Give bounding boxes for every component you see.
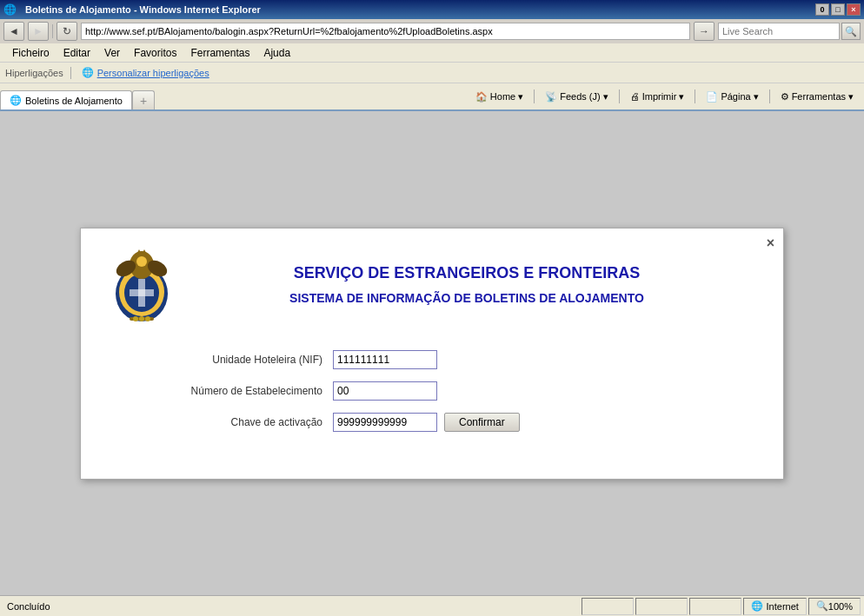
address-bar-row: ◄ ► ↻ → 🔍: [0, 19, 864, 43]
form-row-chave: Chave de activação Confirmar: [159, 413, 757, 432]
status-zoom: 🔍 100%: [808, 598, 861, 615]
dialog-header: SERVIÇO DE ESTRANGEIROS E FRONTEIRAS SIS…: [107, 246, 757, 324]
input-nif[interactable]: [333, 350, 437, 369]
status-bar: Concluído 🌐 Internet 🔍 100%: [0, 595, 864, 616]
tools-icon: ⚙: [781, 91, 789, 103]
right-toolbar: 🏠 Home ▾ 📡 Feeds (J) ▾ 🖨 Imprimir ▾ 📄 Pá…: [472, 89, 864, 104]
input-estab[interactable]: [333, 381, 437, 401]
refresh-button[interactable]: ↻: [56, 22, 77, 41]
personalize-links[interactable]: 🌐 Personalizar hiperligações: [78, 65, 213, 80]
menu-ajuda[interactable]: Ajuda: [256, 45, 297, 61]
label-chave: Chave de activação: [159, 416, 333, 428]
search-go-button[interactable]: 🔍: [841, 23, 861, 40]
print-dropdown-icon[interactable]: ▾: [679, 91, 684, 103]
print-button[interactable]: 🖨 Imprimir ▾: [627, 89, 688, 104]
title-bar: 🌐 Boletins de Alojamento - Windows Inter…: [0, 0, 864, 19]
label-estab: Número de Estabelecimento: [159, 385, 333, 397]
title-bar-text: Boletins de Alojamento - Windows Interne…: [22, 4, 815, 15]
new-tab-button[interactable]: +: [132, 90, 155, 109]
dialog-title2: SISTEMA DE INFORMAÇÃO DE BOLETINS DE ALO…: [176, 291, 757, 305]
title-bar-buttons: 0 □ ×: [815, 3, 861, 16]
label-nif: Unidade Hoteleira (NIF): [159, 354, 333, 366]
tools-dropdown-icon[interactable]: ▾: [848, 91, 854, 103]
tab-section: 🌐 Boletins de Alojamento +: [0, 83, 155, 109]
dialog-box: ×: [80, 228, 784, 480]
page-dropdown-icon[interactable]: ▾: [754, 91, 759, 103]
confirmar-button[interactable]: Confirmar: [444, 413, 520, 432]
links-label: Hiperligações: [5, 68, 63, 78]
status-sections: 🌐 Internet 🔍 100%: [582, 598, 861, 615]
menu-ver[interactable]: Ver: [97, 45, 127, 61]
svg-rect-4: [130, 289, 154, 296]
go-button[interactable]: →: [694, 22, 714, 41]
status-text: Concluído: [3, 601, 582, 612]
menu-bar: Ficheiro Editar Ver Favoritos Ferramenta…: [0, 43, 864, 63]
dialog-close-button[interactable]: ×: [767, 235, 774, 251]
tab-favicon: 🌐: [10, 95, 22, 106]
svg-point-13: [139, 316, 144, 321]
address-input[interactable]: [81, 23, 690, 40]
forward-button[interactable]: ►: [28, 22, 49, 41]
form-section: Unidade Hoteleira (NIF) Número de Estabe…: [107, 350, 757, 432]
form-row-estab: Número de Estabelecimento: [159, 381, 757, 401]
feeds-button[interactable]: 📡 Feeds (J) ▾: [542, 89, 611, 104]
search-input[interactable]: [718, 23, 840, 40]
page-icon: 📄: [706, 91, 718, 103]
status-section-3: [689, 598, 741, 615]
coat-of-arms-logo: [107, 246, 176, 324]
dialog-title1: SERVIÇO DE ESTRANGEIROS E FRONTEIRAS: [176, 264, 757, 282]
menu-editar[interactable]: Editar: [56, 45, 97, 61]
menu-ficheiro[interactable]: Ficheiro: [5, 45, 56, 61]
links-bar: Hiperligações 🌐 Personalizar hiperligaçõ…: [0, 63, 864, 83]
svg-point-14: [145, 316, 150, 321]
status-section-2: [635, 598, 688, 615]
menu-ferramentas[interactable]: Ferramentas: [183, 45, 256, 61]
status-section-1: [582, 598, 634, 615]
maximize-button[interactable]: □: [831, 3, 845, 16]
home-icon: 🏠: [475, 91, 488, 103]
form-row-nif: Unidade Hoteleira (NIF): [159, 350, 757, 369]
status-internet: 🌐 Internet: [743, 598, 807, 615]
feeds-dropdown-icon[interactable]: ▾: [603, 91, 608, 103]
zoom-icon: 🔍: [816, 600, 828, 612]
print-icon: 🖨: [630, 91, 640, 102]
globe-icon: 🌐: [751, 600, 763, 612]
main-content: ×: [0, 111, 864, 595]
minimize-button[interactable]: 0: [815, 3, 829, 16]
feeds-icon: 📡: [545, 91, 557, 103]
tools-button[interactable]: ⚙ Ferramentas ▾: [777, 89, 857, 104]
page-button[interactable]: 📄 Página ▾: [702, 89, 761, 104]
close-button[interactable]: ×: [847, 3, 861, 16]
tab-title: Boletins de Alojamento: [25, 96, 123, 106]
input-chave[interactable]: [333, 413, 437, 432]
home-button[interactable]: 🏠 Home ▾: [472, 89, 527, 104]
back-button[interactable]: ◄: [3, 22, 24, 41]
home-dropdown-icon[interactable]: ▾: [518, 91, 523, 103]
dialog-titles: SERVIÇO DE ESTRANGEIROS E FRONTEIRAS SIS…: [176, 264, 757, 305]
tab-boletins[interactable]: 🌐 Boletins de Alojamento: [0, 90, 132, 109]
menu-favoritos[interactable]: Favoritos: [127, 45, 183, 61]
tab-toolbar-row: 🌐 Boletins de Alojamento + 🏠 Home ▾ 📡 Fe…: [0, 83, 864, 111]
svg-point-6: [136, 256, 147, 267]
svg-point-12: [133, 316, 138, 321]
